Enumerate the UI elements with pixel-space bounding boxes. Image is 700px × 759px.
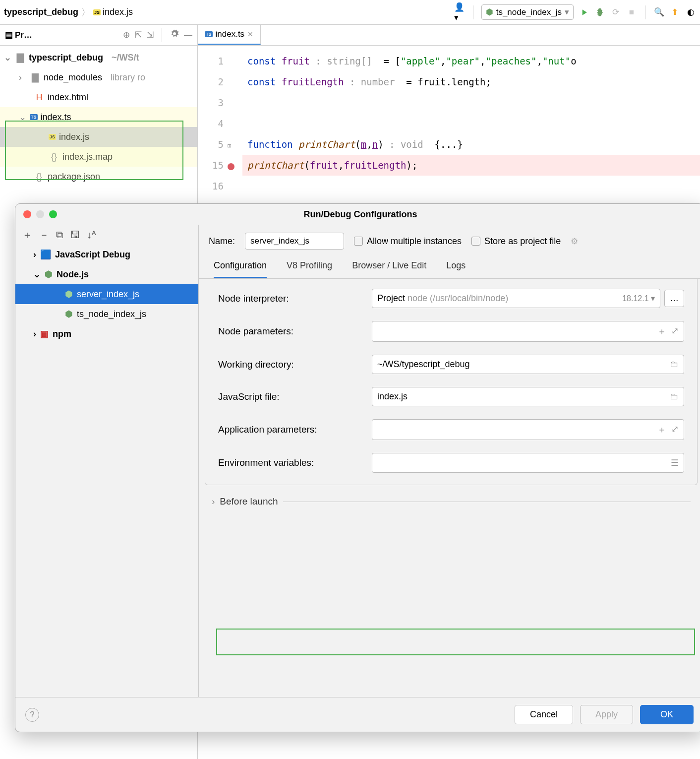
project-tree[interactable]: ⌄▇typescript_debug ~/WS/t ›▇node_modules… xyxy=(0,46,197,189)
config-server-index-js[interactable]: ⬢server_index_js xyxy=(15,284,198,304)
run-with-coverage-icon[interactable]: ⟳ xyxy=(610,7,621,18)
editor-tab-index-ts[interactable]: TS index.ts ✕ xyxy=(198,25,261,45)
breadcrumb-sep-icon: 〉 xyxy=(81,6,90,18)
name-label: Name: xyxy=(209,236,235,247)
config-js-debug[interactable]: ›🟦JavaScript Debug xyxy=(15,245,198,264)
add-config-icon[interactable]: ＋ xyxy=(22,228,32,242)
html-file-icon: H xyxy=(34,92,45,103)
working-directory-input[interactable]: ~/WS/typescript_debug🗀 xyxy=(372,355,684,374)
ts-file-icon: TS xyxy=(30,114,38,120)
node-parameters-input[interactable]: ＋⤢ xyxy=(372,321,684,342)
user-icon[interactable]: 👤▾ xyxy=(454,7,465,18)
nodejs-icon: ⬢ xyxy=(45,269,53,280)
run-config-label: ts_node_index_js xyxy=(496,7,562,17)
javascript-file-label: JavaScript file: xyxy=(218,391,372,402)
javascript-file-input[interactable]: index.js🗀 xyxy=(372,387,684,406)
environment-variables-label: Environment variables: xyxy=(218,457,372,468)
dropdown-icon: ▾ xyxy=(565,7,569,17)
expand-icon[interactable]: ⤢ xyxy=(671,424,679,436)
minimize-window-icon[interactable] xyxy=(36,210,44,218)
sort-config-icon[interactable]: ↓ᴬ xyxy=(87,229,96,241)
tree-index-html[interactable]: Hindex.html xyxy=(0,87,197,107)
browse-folder-icon[interactable]: 🗀 xyxy=(670,359,679,370)
run-debug-config-dialog: Run/Debug Configurations ＋ － ⧉ 🖫 ↓ᴬ ›🟦Ja… xyxy=(15,203,700,732)
breadcrumb[interactable]: typescript_debug 〉 JS index.js xyxy=(4,6,133,18)
help-icon[interactable]: ? xyxy=(25,708,39,722)
stop-icon[interactable]: ■ xyxy=(626,7,637,18)
application-parameters-label: Application parameters: xyxy=(218,424,372,435)
expand-icon[interactable]: ⇱ xyxy=(135,30,142,40)
tree-root[interactable]: ⌄▇typescript_debug ~/WS/t xyxy=(0,48,197,67)
json-file-icon: {} xyxy=(34,172,45,182)
tree-index-js[interactable]: JSindex.js xyxy=(0,127,197,147)
js-debug-icon: 🟦 xyxy=(40,249,51,260)
config-nodejs[interactable]: ⌄⬢Node.js xyxy=(15,264,198,284)
config-tree-toolbar: ＋ － ⧉ 🖫 ↓ᴬ xyxy=(15,225,198,245)
name-input[interactable] xyxy=(245,233,344,250)
cancel-button[interactable]: Cancel xyxy=(515,705,573,724)
run-icon[interactable] xyxy=(579,7,589,18)
browse-folder-icon[interactable]: 🗀 xyxy=(670,391,679,402)
tree-index-ts[interactable]: ⌄TSindex.ts xyxy=(0,107,197,127)
config-tabs: Configuration V8 Profiling Browser / Liv… xyxy=(199,254,700,279)
ok-button[interactable]: OK xyxy=(640,705,694,724)
tab-browser-live-edit[interactable]: Browser / Live Edit xyxy=(352,260,426,278)
add-icon[interactable]: ＋ xyxy=(657,325,666,337)
jetbrains-icon[interactable]: ◐ xyxy=(685,7,696,18)
node-interpreter-browse[interactable]: … xyxy=(664,290,684,307)
search-icon[interactable]: 🔍 xyxy=(653,7,664,18)
hide-icon[interactable]: — xyxy=(184,30,192,40)
breakpoint-icon[interactable] xyxy=(228,163,234,170)
nodejs-icon: ⬢ xyxy=(65,289,73,300)
config-tree[interactable]: ›🟦JavaScript Debug ⌄⬢Node.js ⬢server_ind… xyxy=(15,245,198,344)
copy-config-icon[interactable]: ⧉ xyxy=(56,229,63,241)
window-controls[interactable] xyxy=(15,210,57,218)
list-icon[interactable]: ☰ xyxy=(671,457,679,468)
tree-package-json[interactable]: {}package.json xyxy=(0,167,197,187)
map-file-icon: {} xyxy=(49,152,59,162)
config-ts-node-index-js[interactable]: ⬢ts_node_index_js xyxy=(15,304,198,324)
project-tool-title[interactable]: ▤ Pr… xyxy=(5,30,32,40)
nodejs-icon: ⬢ xyxy=(486,7,493,17)
ts-file-icon: TS xyxy=(205,31,213,37)
apply-button[interactable]: Apply xyxy=(580,705,633,724)
dialog-title: Run/Debug Configurations xyxy=(57,209,664,220)
node-parameters-label: Node parameters: xyxy=(218,326,372,337)
save-config-icon[interactable]: 🖫 xyxy=(70,229,80,241)
working-directory-label: Working directory: xyxy=(218,359,372,370)
application-parameters-input[interactable]: ＋⤢ xyxy=(372,419,684,440)
tree-index-js-map[interactable]: {}index.js.map xyxy=(0,147,197,167)
target-icon[interactable]: ⊕ xyxy=(123,30,130,40)
update-icon[interactable]: ⬆ xyxy=(669,7,680,18)
remove-config-icon[interactable]: － xyxy=(39,228,49,242)
chevron-right-icon: › xyxy=(212,496,215,507)
project-toolbar: ▤ Pr… ⊕ ⇱ ⇲ — xyxy=(0,25,197,46)
tab-configuration[interactable]: Configuration xyxy=(214,260,267,278)
config-npm[interactable]: ›▣npm xyxy=(15,324,198,344)
node-interpreter-select[interactable]: Project node (/usr/local/bin/node) 18.12… xyxy=(372,289,660,308)
fold-icon[interactable]: ⊞ xyxy=(228,142,231,149)
settings-gear-icon[interactable]: ⚙ xyxy=(571,236,578,247)
allow-multiple-checkbox[interactable]: Allow multiple instances xyxy=(354,236,462,247)
zoom-window-icon[interactable] xyxy=(49,210,57,218)
breadcrumb-project[interactable]: typescript_debug xyxy=(4,7,78,17)
js-file-icon: JS xyxy=(93,9,101,15)
before-launch-section[interactable]: › Before launch xyxy=(199,491,700,512)
tree-node-modules[interactable]: ›▇node_modules library ro xyxy=(0,67,197,87)
settings-icon[interactable] xyxy=(170,29,179,41)
tab-logs[interactable]: Logs xyxy=(446,260,466,278)
run-config-select[interactable]: ⬢ ts_node_index_js ▾ xyxy=(481,4,574,20)
debug-icon[interactable] xyxy=(594,7,605,18)
store-as-project-checkbox[interactable]: Store as project file xyxy=(471,236,561,247)
expand-icon[interactable]: ⤢ xyxy=(671,325,679,337)
environment-variables-input[interactable]: ☰ xyxy=(372,453,684,473)
top-toolbar: typescript_debug 〉 JS index.js 👤▾ ⬢ ts_n… xyxy=(0,0,700,25)
add-icon[interactable]: ＋ xyxy=(657,424,666,436)
nodejs-icon: ⬢ xyxy=(65,309,73,319)
collapse-icon[interactable]: ⇲ xyxy=(147,30,154,40)
js-file-icon: JS xyxy=(49,134,56,140)
close-tab-icon[interactable]: ✕ xyxy=(247,30,253,38)
tab-v8-profiling[interactable]: V8 Profiling xyxy=(287,260,332,278)
breadcrumb-file[interactable]: index.js xyxy=(103,7,133,17)
close-window-icon[interactable] xyxy=(23,210,31,218)
